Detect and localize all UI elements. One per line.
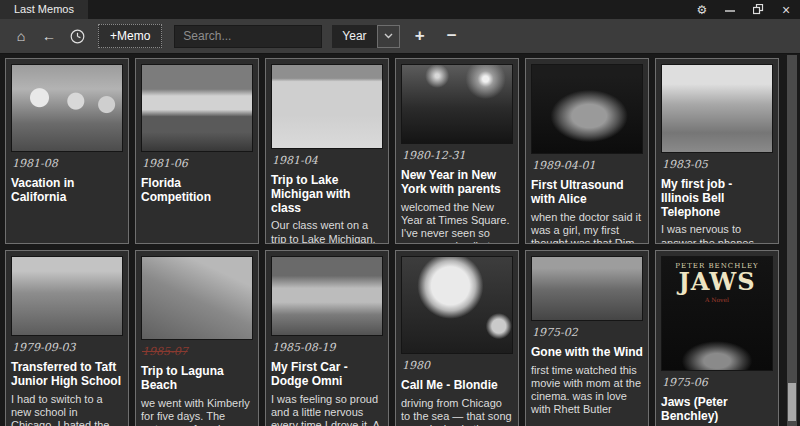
- memo-date: 1989-04-01: [532, 159, 643, 172]
- memo-date: 1983-05: [662, 158, 773, 171]
- zoom-in-plus-icon[interactable]: +: [408, 24, 432, 48]
- memo-title: Call Me - Blondie: [401, 379, 513, 393]
- settings-gear-icon[interactable]: ⚙: [688, 0, 716, 19]
- memo-date: 1980: [402, 359, 513, 372]
- memo-grid: 1981-08 Vacation in California 1981-06 F…: [5, 58, 800, 426]
- memo-description: I was feeling so proud and a little nerv…: [271, 393, 383, 426]
- memo-description: Our class went on a trip to Lake Michiga…: [271, 219, 383, 244]
- memo-card[interactable]: 1989-04-01 First Ultrasound with Alice w…: [525, 58, 649, 244]
- memo-card[interactable]: 1981-08 Vacation in California: [5, 58, 129, 244]
- memo-photo: [271, 64, 383, 149]
- memo-title: New Year in New York with parents: [401, 169, 513, 197]
- titlebar-spacer: [88, 0, 688, 19]
- memo-photo: [141, 64, 253, 152]
- zoom-out-minus-icon[interactable]: −: [440, 24, 464, 48]
- memo-date: 1981-08: [12, 157, 123, 170]
- memo-title: Transferred to Taft Junior High School: [11, 361, 123, 389]
- memo-card[interactable]: 1985-08-19 My First Car - Dodge Omni I w…: [265, 250, 389, 426]
- memo-photo: [661, 64, 773, 153]
- history-clock-icon[interactable]: [64, 23, 90, 49]
- vertical-scrollbar-thumb[interactable]: [788, 383, 796, 421]
- memo-title: My first job - Illinois Bell Telephone: [661, 178, 773, 219]
- search-input[interactable]: [174, 25, 322, 48]
- back-arrow-icon[interactable]: ←: [36, 23, 62, 49]
- memo-description: first time watched this movie with mom a…: [531, 364, 643, 417]
- close-icon[interactable]: ×: [772, 0, 800, 19]
- memo-description: driving from Chicago to the sea — that s…: [401, 397, 513, 426]
- memo-card[interactable]: 1983-05 My first job - Illinois Bell Tel…: [655, 58, 779, 244]
- memo-photo: [11, 256, 123, 336]
- memo-date: 1979-09-03: [12, 341, 123, 354]
- group-by-dropdown[interactable]: Year: [332, 25, 399, 48]
- group-by-value: Year: [332, 25, 376, 48]
- memo-photo: [271, 256, 383, 336]
- app-title: Last Memos: [0, 0, 88, 19]
- book-cover-subtitle: A Novel: [705, 296, 729, 303]
- memo-title: Trip to Lake Michigan with class: [271, 174, 383, 215]
- memo-title: Jaws (Peter Benchley): [661, 396, 773, 424]
- memo-description: I had to switch to a new school in Chica…: [11, 393, 123, 426]
- toolbar: ⌂ ← +Memo Year + −: [0, 19, 800, 54]
- add-memo-button[interactable]: +Memo: [98, 24, 162, 48]
- chevron-down-icon[interactable]: [377, 25, 400, 48]
- memo-card[interactable]: 1979-09-03 Transferred to Taft Junior Hi…: [5, 250, 129, 426]
- memo-card[interactable]: 1975-02 Gone with the Wind first time wa…: [525, 250, 649, 426]
- memo-title: Vacation in California: [11, 177, 123, 205]
- vertical-scrollbar-track[interactable]: [787, 55, 797, 426]
- memo-photo: [401, 256, 513, 354]
- memo-photo: [531, 64, 643, 154]
- memo-photo: [141, 256, 253, 340]
- book-cover-title: JAWS: [678, 270, 755, 294]
- memo-card[interactable]: 1981-04 Trip to Lake Michigan with class…: [265, 58, 389, 244]
- memo-title: First Ultrasound with Alice: [531, 179, 643, 207]
- memo-date: 1981-06: [142, 157, 253, 170]
- memo-photo-book-cover: PETER BENCHLEY JAWS A Novel: [661, 256, 773, 371]
- memo-card[interactable]: 1980 Call Me - Blondie driving from Chic…: [395, 250, 519, 426]
- memo-title: My First Car - Dodge Omni: [271, 361, 383, 389]
- memo-description: we went with Kimberly for five days. The…: [141, 397, 253, 426]
- memo-grid-area: 1981-08 Vacation in California 1981-06 F…: [0, 54, 800, 426]
- memo-date: 1975-06: [662, 376, 773, 389]
- memo-date: 1981-04: [272, 154, 383, 167]
- memo-date: 1985-08-19: [272, 341, 383, 354]
- memo-title: Gone with the Wind: [531, 346, 643, 360]
- memo-photo: [531, 256, 643, 321]
- memo-title: Florida Competition: [141, 177, 253, 205]
- memo-description: I was nervous to answer the phones, afra…: [661, 223, 773, 244]
- memo-title: Trip to Laguna Beach: [141, 365, 253, 393]
- restore-icon[interactable]: [744, 0, 772, 19]
- memo-card[interactable]: 1985-07 Trip to Laguna Beach we went wit…: [135, 250, 259, 426]
- memo-date-struck: 1985-07: [142, 345, 253, 358]
- memo-card[interactable]: 1981-06 Florida Competition: [135, 58, 259, 244]
- memo-date: 1975-02: [532, 326, 643, 339]
- memo-photo: [11, 64, 123, 152]
- minimize-icon[interactable]: [716, 0, 744, 19]
- memo-description: when the doctor said it was a girl, my f…: [531, 211, 643, 244]
- memo-card[interactable]: 1980-12-31 New Year in New York with par…: [395, 58, 519, 244]
- memo-card[interactable]: PETER BENCHLEY JAWS A Novel 1975-06 Jaws…: [655, 250, 779, 426]
- home-icon[interactable]: ⌂: [8, 23, 34, 49]
- memo-description: welcomed the New Year at Times Square. I…: [401, 201, 513, 244]
- memo-date: 1980-12-31: [402, 149, 513, 162]
- titlebar: Last Memos ⚙ ×: [0, 0, 800, 19]
- memo-photo: [401, 64, 513, 144]
